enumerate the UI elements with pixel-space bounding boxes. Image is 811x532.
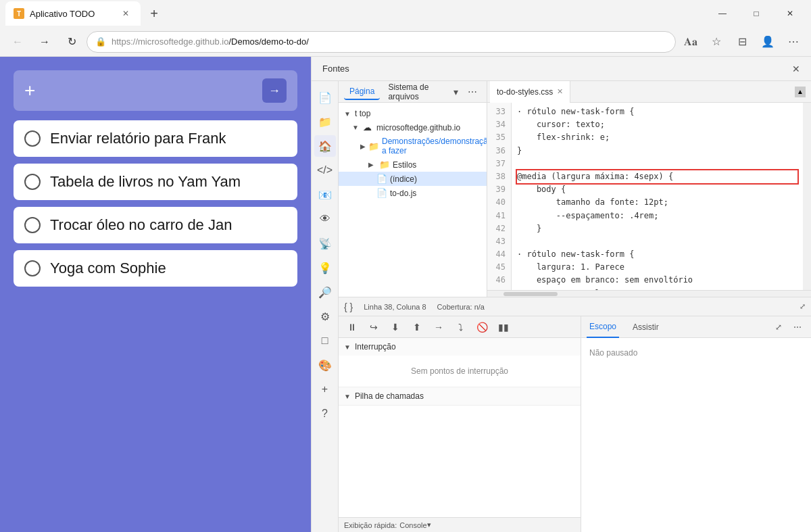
dt-icon-code[interactable]: </> bbox=[314, 160, 336, 181]
dt-icon-elements[interactable]: 📧 bbox=[314, 184, 336, 205]
reload-btn[interactable]: ↻ bbox=[59, 30, 84, 54]
collections-btn[interactable]: ⊟ bbox=[730, 30, 754, 54]
address-bar[interactable]: 🔒 https://microsoftedge.github.io/Demos/… bbox=[87, 31, 676, 53]
browser-tab[interactable]: T Aplicativo TODO ✕ bbox=[5, 1, 141, 26]
interrupt-header[interactable]: ▼ Interrupção bbox=[339, 338, 581, 356]
close-btn[interactable]: ✕ bbox=[775, 3, 806, 24]
dt-icon-add[interactable]: + bbox=[314, 379, 336, 400]
back-btn[interactable]: ← bbox=[5, 30, 30, 54]
tree-node-github[interactable]: ▼ ☁ microsoftedge.github.io bbox=[339, 120, 487, 135]
window-controls: — □ ✕ bbox=[707, 3, 806, 24]
devtools-bottom-panels: ⏸ ↪ ⬇ ⬆ → ⤵ 🚫 ▮▮ bbox=[339, 316, 811, 532]
code-line-40: tamanho da fonte: 12pt; bbox=[517, 196, 797, 209]
new-tab-btn[interactable]: + bbox=[143, 3, 165, 24]
tree-node-demo[interactable]: ▶ 📁 Demonstrações/demonstração a fazer bbox=[339, 135, 487, 158]
tab-sistema-arquivos[interactable]: Sistema de arquivos bbox=[383, 81, 448, 104]
code-tab-styles[interactable]: to-do-styles.css ✕ bbox=[490, 81, 570, 103]
code-content[interactable]: · rótulo new-task-form { cursor: texto; … bbox=[512, 103, 803, 290]
continue-btn[interactable]: → bbox=[431, 319, 447, 335]
todo-text-2: Tabela de livros no Yam Yam bbox=[50, 173, 241, 191]
todo-item-3[interactable]: Trocar óleo no carro de Jan bbox=[14, 207, 297, 243]
minimize-btn[interactable]: — bbox=[707, 3, 738, 24]
todo-item-2[interactable]: Tabela de livros no Yam Yam bbox=[14, 164, 297, 200]
dt-icon-eye[interactable]: 👁 bbox=[314, 208, 336, 230]
tree-node-todo-js[interactable]: 📄 to-do.js bbox=[339, 186, 487, 200]
interrupt-content: Sem pontos de interrupção bbox=[339, 356, 581, 387]
deactivate-btn[interactable]: 🚫 bbox=[474, 319, 490, 335]
todo-add-btn[interactable]: + bbox=[24, 80, 35, 101]
code-panel: to-do-styles.css ✕ ▲ 3334353637 bbox=[487, 81, 811, 297]
dt-icon-folder[interactable]: 📁 bbox=[314, 111, 336, 132]
file-icon: 📄 bbox=[376, 188, 387, 198]
callstack-header[interactable]: ▼ Pilha de chamadas bbox=[339, 387, 581, 405]
pause-btn[interactable]: ⏸ bbox=[344, 319, 360, 335]
dt-icon-network[interactable]: 📡 bbox=[314, 233, 336, 254]
todo-item-1[interactable]: Enviar relatório para Frank bbox=[14, 120, 297, 157]
dt-icon-help[interactable]: ? bbox=[314, 403, 336, 425]
profile-btn[interactable]: 👤 bbox=[756, 30, 780, 54]
console-dropdown-arrow[interactable]: ▾ bbox=[427, 521, 431, 529]
code-line-45: largura: 1. Parece bbox=[517, 261, 797, 274]
cloud-icon: ☁ bbox=[363, 122, 374, 132]
tab-close-btn[interactable]: ✕ bbox=[119, 7, 132, 20]
scope-tabs: Escopo Assistir ⤢ ⋯ bbox=[581, 316, 811, 338]
favorites-btn[interactable]: ☆ bbox=[704, 30, 729, 54]
devtools-close-btn[interactable]: ✕ bbox=[787, 59, 806, 78]
tree-label-indice: (índice) bbox=[390, 174, 417, 184]
file-tree-panel: Página Sistema de arquivos ▾ ⋯ ▼ t top bbox=[339, 81, 487, 297]
scope-expand-icon[interactable]: ⤢ bbox=[770, 319, 787, 335]
scroll-up-btn[interactable]: ▲ bbox=[795, 87, 806, 97]
tree-node-ttop[interactable]: ▼ t top bbox=[339, 107, 487, 120]
tree-node-indice[interactable]: 📄 (índice) bbox=[339, 172, 487, 186]
todo-checkbox-1[interactable] bbox=[24, 130, 41, 147]
tab-pagina[interactable]: Página bbox=[344, 84, 380, 100]
todo-checkbox-4[interactable] bbox=[24, 260, 41, 276]
url-display: https://microsoftedge.github.io/Demos/de… bbox=[112, 37, 667, 47]
tab-escopo[interactable]: Escopo bbox=[587, 316, 619, 338]
expand-btn[interactable]: ⤢ bbox=[800, 302, 806, 311]
code-line-34: cursor: texto; bbox=[517, 118, 797, 131]
lock-icon: 🔒 bbox=[95, 37, 106, 47]
dt-icon-page[interactable]: 📄 bbox=[314, 87, 336, 108]
code-line-43 bbox=[517, 235, 797, 248]
scope-more-icon[interactable]: ⋯ bbox=[789, 319, 806, 335]
tree-label-ttop: t top bbox=[355, 109, 370, 118]
chevron-down-icon: ▼ bbox=[344, 393, 351, 400]
dt-icon-settings[interactable]: ⚙ bbox=[314, 306, 336, 327]
dt-icon-home[interactable]: 🏠 bbox=[314, 135, 336, 157]
tree-node-estilos[interactable]: ▶ 📁 Estilos bbox=[339, 158, 487, 172]
dt-icon-layers[interactable]: □ bbox=[314, 330, 336, 352]
dropdown-btn[interactable]: ▾ bbox=[451, 85, 461, 99]
no-async-btn[interactable]: ▮▮ bbox=[495, 319, 512, 335]
more-btn[interactable]: ⋯ bbox=[781, 30, 806, 54]
dt-icon-paint[interactable]: 🎨 bbox=[314, 354, 336, 376]
console-label[interactable]: Console bbox=[399, 521, 426, 529]
maximize-btn[interactable]: □ bbox=[741, 3, 772, 24]
forward-btn[interactable]: → bbox=[32, 30, 57, 54]
more-btn[interactable]: ⋯ bbox=[464, 85, 481, 99]
dt-icon-search[interactable]: 🔎 bbox=[314, 281, 336, 303]
folder-icon: 📁 bbox=[379, 160, 390, 170]
debugger-toolbar: ⏸ ↪ ⬇ ⬆ → ⤵ 🚫 ▮▮ bbox=[339, 316, 581, 338]
step-over-btn[interactable]: ↪ bbox=[366, 319, 382, 335]
code-line-33: · rótulo new-task-form { bbox=[517, 105, 797, 118]
tree-label-github: microsoftedge.github.io bbox=[376, 123, 460, 132]
step-btn[interactable]: ⤵ bbox=[452, 319, 468, 335]
no-breakpoints-msg: Sem pontos de interrupção bbox=[349, 361, 570, 381]
todo-arrow-btn[interactable]: → bbox=[262, 78, 287, 103]
chevron-down-icon: ▼ bbox=[352, 124, 360, 131]
step-out-btn[interactable]: ⬆ bbox=[409, 319, 425, 335]
read-aloud-btn[interactable]: 𝐀𝐚 bbox=[679, 30, 703, 54]
todo-top-bar: + → bbox=[14, 70, 297, 111]
code-tab-close-btn[interactable]: ✕ bbox=[557, 87, 563, 96]
scrollbar[interactable] bbox=[803, 103, 811, 290]
horizontal-scrollbar[interactable] bbox=[487, 290, 811, 297]
code-line-42: } bbox=[517, 222, 797, 235]
todo-checkbox-2[interactable] bbox=[24, 174, 41, 190]
todo-item-4[interactable]: Yoga com Sophie bbox=[14, 250, 297, 287]
dt-icon-performance[interactable]: 💡 bbox=[314, 257, 336, 279]
todo-checkbox-3[interactable] bbox=[24, 217, 41, 233]
code-line-38: @media (largura máxima: 4sepx) { bbox=[517, 170, 797, 183]
step-into-btn[interactable]: ⬇ bbox=[387, 319, 403, 335]
tab-assistir[interactable]: Assistir bbox=[630, 316, 662, 338]
